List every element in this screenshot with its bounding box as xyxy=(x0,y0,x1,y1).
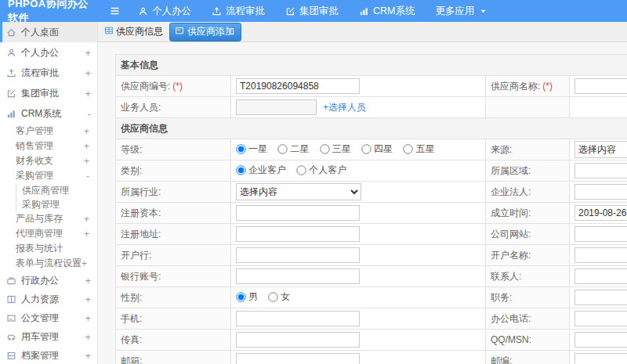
field-label: 注册资本: xyxy=(121,207,161,218)
qq-msn-input[interactable] xyxy=(574,332,627,348)
nav-group-approval[interactable]: 集团审批 xyxy=(285,5,339,18)
nav-personal-office[interactable]: 个人办公 xyxy=(138,5,191,18)
field-label: 联系人: xyxy=(491,271,521,282)
sidebar-item-crm[interactable]: CRM系统 - xyxy=(0,103,97,124)
fax-input[interactable] xyxy=(236,332,360,348)
table-row: 传真: QQ/MSN: xyxy=(116,330,627,351)
table-row: 等级: 一星 二星 三星 四星 五星 来源: 选择内容 xyxy=(116,139,627,160)
field-label: 所属行业: xyxy=(121,186,161,197)
table-row: 类别: 企业客户 个人客户 所属区域: xyxy=(116,160,627,182)
required-mark: (*) xyxy=(542,81,553,92)
tab-supplier-add[interactable]: 供应商添加 xyxy=(169,23,241,41)
table-row: 性别: 男 女 职务: xyxy=(116,287,627,308)
nav-more-apps[interactable]: 更多应用 xyxy=(435,5,487,18)
sidebar: 个人桌面 个人办公 + 流程审批 + 集团审批 + CRM系统 - 客户管理 +… xyxy=(0,22,98,364)
field-label: 传真: xyxy=(121,334,142,345)
source-select[interactable]: 选择内容 xyxy=(574,141,627,158)
nav-crm-system[interactable]: CRM系统 xyxy=(359,5,415,18)
sidebar-item-document-mgmt[interactable]: 公文管理 + xyxy=(0,308,97,327)
account-name-input[interactable] xyxy=(574,247,627,263)
form-area: 基本信息 供应商编号:(*) 供应商名称:(*) 业务人员: +选择人员 供应商… xyxy=(98,42,627,364)
field-label: 来源: xyxy=(491,144,512,155)
staff-input[interactable] xyxy=(236,99,317,115)
sidebar-item-vehicle-mgmt[interactable]: 用车管理 + xyxy=(0,327,97,346)
field-label: 性别: xyxy=(121,292,142,303)
section-row: 供应商信息 xyxy=(116,118,627,139)
level-radio-1[interactable]: 一星 xyxy=(236,142,267,156)
mobile-input[interactable] xyxy=(236,311,360,326)
tab-bar: 供应商信息 供应商添加 xyxy=(98,22,627,42)
book-icon xyxy=(6,294,16,305)
sidebar-item-archive-mgmt[interactable]: 档案管理 + xyxy=(0,346,97,364)
field-label: 注册地址: xyxy=(121,229,161,240)
field-label: 等级: xyxy=(121,144,142,155)
document-icon xyxy=(6,313,16,323)
table-row: 注册地址: 公司网站: xyxy=(116,224,627,245)
gender-radio-female[interactable]: 女 xyxy=(268,290,290,304)
website-input[interactable] xyxy=(574,226,627,242)
founded-date-input[interactable] xyxy=(574,205,627,221)
sidebar-item-personal-office[interactable]: 个人办公 + xyxy=(0,42,97,63)
field-label: 成立时间: xyxy=(491,207,531,218)
bank-input[interactable] xyxy=(236,247,360,263)
sidebar-item-purchase-mgmt[interactable]: 采购管理 - xyxy=(0,168,97,183)
person-icon xyxy=(138,6,148,16)
archive-icon xyxy=(6,351,16,361)
field-label: 开户行: xyxy=(121,250,151,261)
section-title-supplier: 供应商信息 xyxy=(116,118,627,139)
purchase-submenu: 供应商管理 采购管理 xyxy=(16,183,97,211)
upload-icon xyxy=(212,6,222,16)
level-radio-4[interactable]: 四星 xyxy=(361,142,393,156)
section-title-basic: 基本信息 xyxy=(116,55,627,76)
table-row: 所属行业: 选择内容 企业法人: xyxy=(116,182,627,203)
category-radio-personal[interactable]: 个人客户 xyxy=(296,164,346,177)
office-phone-input[interactable] xyxy=(574,311,627,326)
sidebar-item-sales-mgmt[interactable]: 销售管理 + xyxy=(0,139,97,153)
legal-person-input[interactable] xyxy=(574,184,627,200)
sidebar-item-reports-stats[interactable]: 报表与统计 xyxy=(0,241,97,256)
table-row: 业务人员: +选择人员 xyxy=(116,97,627,118)
sidebar-item-procurement-mgmt[interactable]: 采购管理 xyxy=(16,197,97,211)
menu-toggle-icon[interactable] xyxy=(109,5,121,16)
supplier-code-input[interactable] xyxy=(236,78,360,94)
briefcase-icon xyxy=(6,276,16,286)
contact-input[interactable] xyxy=(574,268,627,284)
tab-supplier-info[interactable]: 供应商信息 xyxy=(104,25,163,38)
car-icon xyxy=(6,332,16,342)
field-label: 类别: xyxy=(121,165,142,176)
sidebar-item-supplier-mgmt[interactable]: 供应商管理 xyxy=(16,183,97,197)
sidebar-item-admin-office[interactable]: 行政办公 + xyxy=(0,271,97,290)
position-input[interactable] xyxy=(574,290,627,305)
level-radio-2[interactable]: 二星 xyxy=(277,142,309,156)
gender-radio-male[interactable]: 男 xyxy=(236,290,258,304)
category-radio-company[interactable]: 企业客户 xyxy=(236,164,286,177)
bank-account-input[interactable] xyxy=(236,268,360,284)
edit-icon xyxy=(6,88,16,99)
supplier-add-form: 基本信息 供应商编号:(*) 供应商名称:(*) 业务人员: +选择人员 供应商… xyxy=(115,54,627,364)
sidebar-item-group-approval[interactable]: 集团审批 + xyxy=(0,83,97,103)
chevron-down-icon xyxy=(480,9,487,14)
region-input[interactable] xyxy=(574,163,627,178)
sidebar-item-hr[interactable]: 人力资源 + xyxy=(0,290,97,308)
sidebar-item-customer-mgmt[interactable]: 客户管理 + xyxy=(0,124,97,139)
level-radio-5[interactable]: 五星 xyxy=(403,142,434,156)
email-input[interactable] xyxy=(236,353,360,364)
topbar: PHPOA协同办公软件 个人办公 流程审批 集团审批 CRM系统 更多应用 xyxy=(0,0,627,22)
supplier-name-input[interactable] xyxy=(574,78,627,94)
sidebar-item-desktop[interactable]: 个人桌面 xyxy=(0,22,97,42)
industry-select[interactable]: 选择内容 xyxy=(236,183,361,200)
nav-workflow-approval[interactable]: 流程审批 xyxy=(212,5,265,18)
field-label: 企业法人: xyxy=(491,186,531,197)
reg-capital-input[interactable] xyxy=(236,205,360,221)
sidebar-item-finance[interactable]: 财务收支 + xyxy=(0,153,97,168)
pick-staff-link[interactable]: +选择人员 xyxy=(323,102,366,113)
add-supplier-icon xyxy=(175,26,184,38)
required-mark: (*) xyxy=(172,81,183,92)
zip-input[interactable] xyxy=(574,353,627,364)
level-radio-3[interactable]: 三星 xyxy=(320,142,351,156)
reg-address-input[interactable] xyxy=(236,226,360,242)
sidebar-item-workflow-approval[interactable]: 流程审批 + xyxy=(0,63,97,83)
sidebar-item-products-inventory[interactable]: 产品与库存 + xyxy=(0,211,97,226)
sidebar-item-form-workflow-settings[interactable]: 表单与流程设置+ xyxy=(0,256,97,271)
sidebar-item-agent-mgmt[interactable]: 代理商管理 + xyxy=(0,226,97,241)
